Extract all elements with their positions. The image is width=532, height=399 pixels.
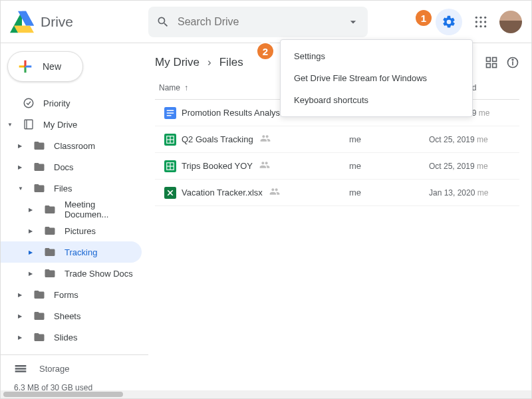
svg-point-0: [475, 16, 477, 18]
mydrive-icon: [23, 118, 35, 130]
apps-button[interactable]: [467, 9, 494, 35]
info-icon[interactable]: [506, 56, 519, 69]
caret-icon[interactable]: ▶: [18, 143, 31, 149]
svg-rect-19: [167, 110, 174, 111]
sidebar-subfolder[interactable]: ▶Pictures: [1, 220, 142, 241]
shared-icon: [259, 160, 270, 172]
chevron-right-icon: ›: [207, 56, 211, 69]
svg-rect-11: [487, 58, 491, 62]
menu-file-stream[interactable]: Get Drive File Stream for Windows: [281, 67, 472, 89]
sidebar-subfolder[interactable]: ▶Meeting Documen...: [1, 199, 142, 220]
folder-icon: [31, 289, 47, 301]
grid-view-icon[interactable]: [485, 56, 498, 69]
sidebar: New Priority ▼ My Drive ▶Classroom▶Docs▼…: [1, 43, 148, 398]
shared-icon: [269, 186, 280, 199]
file-type-icon: [159, 160, 182, 172]
horizontal-scrollbar[interactable]: [1, 390, 531, 398]
search-bar[interactable]: [148, 7, 368, 37]
caret-icon[interactable]: ▶: [18, 313, 31, 319]
caret-down-icon[interactable]: ▼: [7, 122, 21, 128]
settings-button[interactable]: [436, 9, 462, 35]
folder-icon: [31, 331, 47, 343]
file-row[interactable]: Vacation Tracker.xlsxmeJan 13, 2020 me: [155, 180, 519, 206]
settings-menu: Settings Get Drive File Stream for Windo…: [280, 39, 473, 117]
brand-name: Drive: [41, 14, 73, 30]
svg-rect-21: [167, 115, 172, 116]
file-row[interactable]: Trips Booked YOYmeOct 25, 2019 me: [155, 153, 519, 180]
sidebar-folder[interactable]: ▼Files: [1, 178, 142, 199]
file-modified: Oct 25, 2019 me: [429, 135, 515, 144]
nav-tree: Priority ▼ My Drive ▶Classroom▶Docs▼File…: [1, 90, 148, 399]
file-type-icon: [159, 187, 182, 199]
folder-icon: [31, 182, 47, 194]
file-name: Promotion Results Analysis: [182, 108, 287, 118]
folder-icon: [42, 203, 58, 215]
svg-point-6: [475, 25, 477, 27]
svg-point-7: [479, 25, 481, 27]
caret-icon[interactable]: ▶: [29, 228, 42, 234]
apps-grid-icon: [474, 15, 487, 29]
caret-icon[interactable]: ▶: [18, 164, 31, 170]
priority-icon: [23, 97, 35, 109]
sort-arrow-icon: ↑: [184, 83, 188, 92]
gear-icon: [442, 15, 456, 29]
drive-logo-icon: [10, 10, 34, 34]
svg-rect-13: [487, 64, 491, 68]
caret-icon[interactable]: ▶: [18, 334, 31, 340]
sidebar-folder[interactable]: ▶Forms: [1, 284, 142, 305]
svg-rect-12: [493, 58, 497, 62]
file-modified: Jan 13, 2020 me: [429, 188, 515, 198]
search-dropdown-icon[interactable]: [346, 15, 360, 29]
sidebar-subfolder[interactable]: ▶Trade Show Docs: [1, 263, 142, 284]
avatar[interactable]: [499, 11, 522, 33]
folder-icon: [42, 225, 58, 237]
header-actions: [436, 9, 522, 35]
file-row[interactable]: Q2 Goals TrackingmeOct 25, 2019 me: [155, 126, 519, 153]
menu-shortcuts[interactable]: Keyboard shortcuts: [281, 89, 472, 111]
sidebar-folder[interactable]: ▶Slides: [1, 327, 142, 348]
callout-2: 2: [256, 42, 275, 61]
sidebar-folder[interactable]: ▶Docs: [1, 156, 142, 178]
search-input[interactable]: [178, 16, 346, 28]
svg-rect-20: [167, 112, 174, 114]
file-type-icon: [159, 107, 182, 119]
breadcrumb-folder[interactable]: Files: [219, 56, 243, 69]
svg-rect-14: [493, 64, 497, 68]
caret-icon[interactable]: ▶: [29, 271, 42, 277]
plus-icon: [16, 57, 35, 76]
search-icon: [156, 15, 170, 29]
folder-icon: [42, 246, 58, 258]
file-name: Vacation Tracker.xlsx: [182, 188, 263, 198]
folder-icon: [31, 140, 47, 152]
svg-point-9: [24, 98, 33, 108]
caret-icon[interactable]: ▶: [29, 207, 42, 213]
callout-1: 1: [414, 9, 433, 27]
shared-icon: [260, 133, 271, 146]
sidebar-item-mydrive[interactable]: ▼ My Drive: [1, 114, 142, 135]
file-name: Q2 Goals Tracking: [182, 134, 253, 144]
sidebar-item-priority[interactable]: Priority: [1, 92, 142, 114]
caret-icon[interactable]: ▶: [29, 249, 42, 255]
file-owner: me: [349, 188, 429, 198]
file-name: Trips Booked YOY: [182, 161, 253, 171]
storage-icon: [14, 362, 27, 375]
sidebar-folder[interactable]: ▶Sheets: [1, 305, 142, 327]
svg-rect-10: [25, 120, 33, 129]
file-type-icon: [159, 134, 182, 146]
sidebar-folder[interactable]: ▶Classroom: [1, 135, 142, 156]
new-label: New: [43, 61, 61, 72]
file-owner: me: [349, 134, 429, 144]
svg-point-17: [512, 59, 513, 61]
menu-settings[interactable]: Settings: [281, 45, 472, 67]
folder-icon: [42, 267, 58, 279]
breadcrumb-root[interactable]: My Drive: [155, 56, 200, 69]
new-button[interactable]: New: [7, 51, 83, 82]
svg-point-3: [475, 21, 477, 23]
svg-point-5: [484, 21, 486, 23]
file-modified: Oct 25, 2019 me: [429, 162, 515, 171]
caret-icon[interactable]: ▶: [18, 292, 31, 298]
sidebar-subfolder[interactable]: ▶Tracking: [1, 241, 142, 263]
folder-icon: [31, 161, 47, 173]
caret-icon[interactable]: ▼: [18, 186, 31, 192]
logo-wrap[interactable]: Drive: [10, 10, 148, 34]
